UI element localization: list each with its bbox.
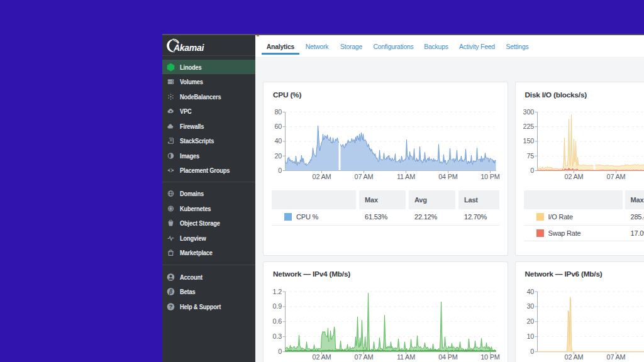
svg-text:0.3: 0.3 <box>273 332 282 340</box>
svg-text:60: 60 <box>274 123 282 130</box>
svg-text:?: ? <box>169 304 172 310</box>
svg-text:40: 40 <box>526 287 534 295</box>
svg-text:07 AM: 07 AM <box>355 173 374 180</box>
svg-text:11 AM: 11 AM <box>397 173 415 180</box>
svg-text:40: 40 <box>274 137 282 145</box>
svg-text:150: 150 <box>523 137 534 145</box>
svg-text:07 AM: 07 AM <box>606 173 625 180</box>
svg-text:02 AM: 02 AM <box>313 173 331 180</box>
svg-text:80: 80 <box>274 108 282 116</box>
svg-text:0: 0 <box>530 167 534 174</box>
svg-text:75: 75 <box>526 152 534 160</box>
svg-text:0.6: 0.6 <box>273 317 282 325</box>
svg-text:10 PM: 10 PM <box>480 353 500 361</box>
svg-text:300: 300 <box>523 108 534 116</box>
svg-text:0: 0 <box>278 167 282 174</box>
svg-text:225: 225 <box>523 123 534 130</box>
svg-text:20: 20 <box>274 152 282 160</box>
svg-text:07 AM: 07 AM <box>606 353 625 361</box>
svg-text:30: 30 <box>526 302 534 310</box>
svg-text:02 AM: 02 AM <box>313 353 331 361</box>
svg-text:10: 10 <box>526 332 534 340</box>
svg-text:02 AM: 02 AM <box>564 173 583 180</box>
svg-text:07 AM: 07 AM <box>355 353 374 361</box>
svg-text:11 AM: 11 AM <box>397 353 415 361</box>
svg-text:1.2: 1.2 <box>273 287 282 295</box>
svg-text:0: 0 <box>278 348 282 355</box>
svg-text:10 PM: 10 PM <box>480 173 500 180</box>
svg-text:Akamai: Akamai <box>173 42 204 52</box>
svg-text:04 PM: 04 PM <box>438 173 458 180</box>
svg-text:02 AM: 02 AM <box>564 353 583 361</box>
svg-text:β: β <box>168 288 172 295</box>
svg-text:0.9: 0.9 <box>273 302 282 310</box>
svg-text:20: 20 <box>526 317 534 325</box>
svg-text:04 PM: 04 PM <box>438 353 458 361</box>
svg-text:0: 0 <box>530 348 534 355</box>
